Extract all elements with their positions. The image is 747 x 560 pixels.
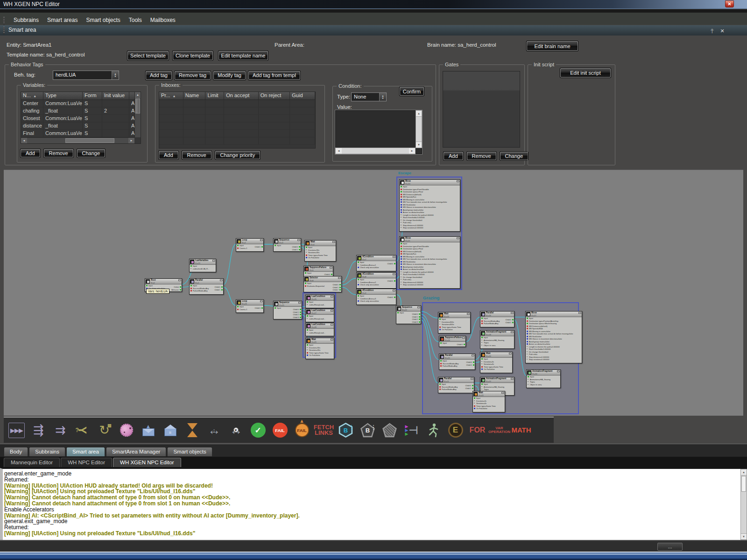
- remove-button[interactable]: Remove: [44, 149, 73, 157]
- graph-node-move[interactable]: MoveID=10InputDestination type=Point/Var…: [399, 179, 460, 232]
- move-icon[interactable]: ↔↕: [203, 419, 225, 441]
- merge-icon[interactable]: ▶▶▶⊣: [401, 419, 423, 441]
- graph-node-ifcondition[interactable]: ifConditionID=8InputCondition=$run==2Che…: [356, 272, 396, 289]
- graph-node-parallel[interactable]: ParallelID=15InputSuccessMode=AnyFailure…: [439, 354, 475, 370]
- success-icon[interactable]: ✓: [247, 419, 269, 441]
- graph-node-suppressfailure[interactable]: SuppressFailureID=5InputChild 0: [303, 266, 333, 277]
- node-collapse-icon[interactable]: [220, 279, 223, 281]
- beh-tag-combo[interactable]: herdLUA ▲▼: [53, 71, 119, 80]
- node-output[interactable]: Child 0: [388, 296, 396, 299]
- parallel-icon[interactable]: ⇶: [28, 419, 49, 441]
- more-button[interactable]: ...: [657, 543, 683, 551]
- menu-item-subbrains[interactable]: Subbrains: [14, 14, 39, 26]
- entity-icon[interactable]: E: [444, 419, 466, 441]
- menu-item-mailboxes[interactable]: Mailboxes: [150, 14, 176, 26]
- gates-list[interactable]: [443, 71, 520, 148]
- node-collapse-icon[interactable]: [338, 277, 341, 279]
- tab-mannequin-editor[interactable]: Mannequin Editor: [4, 458, 60, 467]
- node-collapse-icon[interactable]: [471, 378, 473, 380]
- table-row[interactable]: CenterCommon:LuaVecSA: [21, 100, 141, 107]
- inboxes-table[interactable]: Pr...▲NameLimitOn acceptOn rejectGuid: [159, 92, 316, 149]
- send-mail-icon[interactable]: ▲: [137, 419, 159, 441]
- graph-node-move[interactable]: MoveID=11InputDestination type=Point/Var…: [399, 236, 460, 289]
- node-collapse-icon[interactable]: [331, 310, 333, 312]
- graph-node-animationfragment[interactable]: AnimationFragmentID=30InputAnimations=HA…: [526, 369, 561, 388]
- change-button[interactable]: Change: [500, 152, 529, 160]
- select-template-button[interactable]: Select template: [127, 51, 169, 60]
- node-collapse-icon[interactable]: [417, 306, 420, 308]
- node-output[interactable]: Child 3: [412, 321, 421, 324]
- tab-wh-npc-editor[interactable]: WH NPC Editor: [61, 458, 112, 467]
- graph-node-loop[interactable]: LoopID=24InputCount=-1Child 0: [236, 299, 264, 313]
- spinner-icon[interactable]: ▲▼: [112, 71, 119, 79]
- open-mail-icon[interactable]: ≡: [159, 419, 181, 441]
- sequence-icon[interactable]: ⇉: [49, 419, 71, 441]
- table-row[interactable]: distance_floatSA: [21, 122, 141, 130]
- tab-smart-objects[interactable]: Smart objects: [167, 447, 212, 456]
- node-collapse-icon[interactable]: [472, 354, 474, 356]
- node-collapse-icon[interactable]: [178, 279, 181, 281]
- node-collapse-icon[interactable]: [511, 312, 514, 314]
- confirm-button[interactable]: Confirm: [400, 87, 424, 96]
- remove-tag-button[interactable]: Remove tag: [175, 71, 211, 80]
- graph-node-sequence[interactable]: SequenceID=12InputChild 0Child 1Child 2C…: [396, 305, 421, 324]
- node-collapse-icon[interactable]: [332, 241, 335, 243]
- tab-smart-area[interactable]: Smart area: [66, 447, 105, 456]
- graph-node-luacondition[interactable]: LuaConditionID=26Inputcode=HeavyLoad...: [305, 295, 334, 308]
- column-header-form[interactable]: Form: [83, 92, 102, 100]
- change-priority-button[interactable]: Change priority: [215, 151, 261, 159]
- node-output[interactable]: Child 1: [466, 364, 475, 367]
- move-query-icon[interactable]: ↔↕▼: [225, 419, 247, 441]
- window-close-button[interactable]: ✕: [725, 0, 734, 7]
- graph-node-ifcondition[interactable]: ifConditionID=7InputCondition=$run==1Che…: [356, 255, 396, 271]
- node-collapse-icon[interactable]: [331, 324, 333, 326]
- column-header-on-accept[interactable]: On accept: [224, 92, 259, 100]
- node-output[interactable]: Behavior: [171, 289, 182, 291]
- column-header-pr[interactable]: Pr...▲: [159, 92, 183, 100]
- for-label[interactable]: FOR: [466, 419, 488, 441]
- node-output[interactable]: Child 0: [324, 273, 333, 276]
- panel-close-icon[interactable]: ✕: [719, 26, 726, 33]
- fetch-links-label[interactable]: FETCH LINKS: [313, 419, 335, 441]
- console-scrollbar[interactable]: ▲▼: [740, 469, 747, 540]
- title-bar[interactable]: WH XGEN NPC Editor ✕: [0, 0, 747, 9]
- node-output[interactable]: Child 0: [457, 343, 465, 346]
- graph-node-parallel[interactable]: ParallelID=21InputSuccessMode=AnyFailure…: [438, 377, 474, 393]
- variables-table[interactable]: N...▲TypeFormInit value CenterCommon:Lua…: [21, 92, 141, 144]
- node-collapse-icon[interactable]: [260, 239, 263, 241]
- poly-b-icon[interactable]: B⋮: [357, 419, 379, 441]
- column-header-limit[interactable]: Limit: [205, 92, 224, 100]
- column-header-on-reject[interactable]: On reject: [259, 92, 290, 100]
- remove-button[interactable]: Remove: [467, 152, 496, 160]
- node-collapse-icon[interactable]: [393, 256, 395, 258]
- graph-node-sequence[interactable]: SequenceID=25InputChild 0Child 1Child 2C…: [273, 301, 302, 319]
- tab-subbrains[interactable]: Subbrains: [29, 447, 65, 456]
- node-collapse-icon[interactable]: [511, 378, 514, 380]
- table-row[interactable]: FinalCommon:LuaVecSA: [21, 130, 141, 137]
- selector-icon[interactable]: Y?: [71, 419, 93, 441]
- node-collapse-icon[interactable]: [462, 337, 465, 339]
- node-collapse-icon[interactable]: [298, 302, 301, 304]
- column-header-name[interactable]: Name: [183, 92, 206, 100]
- poly-hatch-icon[interactable]: [379, 419, 401, 441]
- node-collapse-icon[interactable]: [457, 237, 459, 239]
- tab-smartarea-manager[interactable]: SmartArea Manager: [106, 447, 167, 456]
- fail-icon[interactable]: FAIL: [269, 419, 291, 441]
- menu-item-smart-objects[interactable]: Smart objects: [86, 14, 120, 26]
- node-output[interactable]: Child 0: [388, 280, 396, 283]
- edit-template-name-button[interactable]: Edit template name: [218, 51, 268, 60]
- node-collapse-icon[interactable]: [501, 392, 504, 394]
- node-collapse-icon[interactable]: [331, 339, 333, 340]
- add-tag-from-templ-button[interactable]: Add tag from templ: [248, 71, 300, 80]
- graph-node-wait[interactable]: WaitID=20InputDuration=4sVariation=4sTim…: [480, 352, 513, 373]
- run-all-icon[interactable]: ▶▶▶: [6, 419, 28, 441]
- node-collapse-icon[interactable]: [212, 260, 215, 262]
- pin-icon[interactable]: ⍑: [711, 27, 716, 33]
- variables-hscrollbar[interactable]: ◄ ►: [21, 137, 134, 143]
- graph-node-luavariables[interactable]: LuaVariablesID=23Inputcode=herdLUA_R...: [189, 259, 216, 272]
- graph-node-parallel[interactable]: ParallelID=16InputSuccessMode=AnyFailure…: [480, 311, 514, 327]
- graph-node-suppressfailure[interactable]: SuppressFailureID=14InputChild 0: [439, 336, 466, 347]
- menu-item-tools[interactable]: Tools: [129, 14, 142, 26]
- graph-node-wait[interactable]: WaitID=13InputDuration=600sVariation=600…: [438, 312, 471, 333]
- modify-tag-button[interactable]: Modify tag: [213, 71, 246, 80]
